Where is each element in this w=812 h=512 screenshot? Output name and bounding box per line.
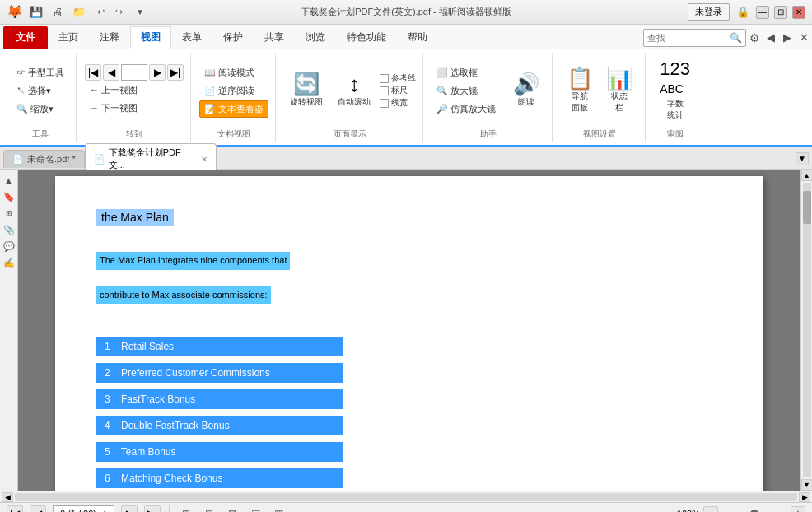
tab-comment[interactable]: 注释 <box>89 26 130 49</box>
item-num-6: 6 <box>105 472 110 484</box>
app-logo[interactable]: 🦊 <box>7 4 23 21</box>
prev-view-btn[interactable]: ← 上一视图 <box>85 81 184 99</box>
scroll-down-btn[interactable]: ▼ <box>801 479 813 491</box>
status-next-page[interactable]: ▶ <box>121 505 138 513</box>
speaker-icon: 🔊 <box>513 73 539 95</box>
cb-paramlines <box>380 74 389 83</box>
page-number-input[interactable]: 2 <box>121 64 147 81</box>
nav-panel-btn[interactable]: 📋 导航面板 <box>561 63 599 118</box>
undo-btn[interactable]: ↩ <box>92 4 109 21</box>
pdf-intro-2: contribute to Max associate commissions: <box>96 286 271 305</box>
page-selector[interactable]: 2 (1 / 20) <box>53 505 114 513</box>
next-page-nav-btn[interactable]: ▶ <box>149 64 166 81</box>
zoom-out-btn[interactable]: − <box>703 506 718 513</box>
auto-scroll-btn[interactable]: ↕ 自动滚动 <box>332 69 376 112</box>
tab-home[interactable]: 主页 <box>48 26 89 49</box>
tab-protect[interactable]: 保护 <box>212 26 254 49</box>
redo-btn[interactable]: ↪ <box>110 4 127 21</box>
group-page-display: 🔄 旋转视图 ↕ 自动滚动 参考线 标尺 <box>278 53 423 142</box>
status-last-page[interactable]: ▶| <box>144 505 161 513</box>
select-btn[interactable]: ↖ 选择▾ <box>12 82 69 100</box>
doc-view-label: 文档视图 <box>217 128 250 142</box>
status-bar-btn[interactable]: 📊 状态栏 <box>600 63 638 118</box>
hand-tool-btn[interactable]: ☞ 手型工具 <box>12 64 69 81</box>
word-count-label: 字数统计 <box>667 98 684 121</box>
tab-features[interactable]: 特色功能 <box>336 26 397 49</box>
word-count-icon: 123ABC <box>660 60 690 96</box>
sidebar-attach[interactable]: 📎 <box>2 222 16 237</box>
quick-access-save[interactable]: 💾 <box>28 4 44 21</box>
ribbon-next-btn[interactable]: ▶ <box>779 30 796 46</box>
select-box-btn[interactable]: ⬜ 选取框 <box>432 64 501 81</box>
text-viewer-btn[interactable]: 📝 文本查看器 <box>199 100 268 118</box>
first-page-btn[interactable]: |◀ <box>85 64 101 81</box>
status-icon-5[interactable]: ▥ <box>270 505 287 513</box>
tab-share[interactable]: 共享 <box>254 26 295 49</box>
scroll-track[interactable] <box>803 183 811 477</box>
minimize-button[interactable]: — <box>756 6 769 19</box>
item-num-4: 4 <box>105 420 110 431</box>
ribbon-settings-btn[interactable]: ⚙ <box>746 30 763 46</box>
read-aloud-btn[interactable]: 🔊 朗读 <box>507 69 545 112</box>
zoom-controls: 100% − + <box>677 506 805 513</box>
restore-button[interactable]: ⊡ <box>774 6 787 19</box>
tab-help[interactable]: 帮助 <box>397 26 438 49</box>
status-icon-2[interactable]: ⊟ <box>201 505 217 513</box>
tab-browse[interactable]: 浏览 <box>295 26 336 49</box>
tab-form[interactable]: 表单 <box>171 26 212 49</box>
pdf-list-item-6: 6 Matching Check Bonus <box>96 468 343 488</box>
search-icon[interactable]: 🔍 <box>730 32 742 44</box>
rotate-view-btn[interactable]: 🔄 旋转视图 <box>284 69 329 112</box>
tab-view[interactable]: 视图 <box>130 26 171 49</box>
prev-page-nav-btn[interactable]: ◀ <box>103 64 119 81</box>
ribbon-close-btn[interactable]: ✕ <box>796 30 812 46</box>
status-first-page[interactable]: |◀ <box>7 505 23 513</box>
search-input[interactable] <box>647 33 730 43</box>
grid-check[interactable]: 线宽 <box>380 97 416 109</box>
status-icon-3[interactable]: ⊠ <box>224 505 240 513</box>
zoom-btn-tool[interactable]: 🔍 缩放▾ <box>12 100 69 118</box>
read-mode-btn[interactable]: 📖 阅读模式 <box>199 64 268 81</box>
reverse-read-btn[interactable]: 📄 逆序阅读 <box>199 82 268 100</box>
sidebar-signature[interactable]: ✍ <box>2 255 16 270</box>
quick-access-print[interactable]: 🖨 <box>49 4 66 21</box>
ruler-check[interactable]: 标尺 <box>380 85 416 96</box>
tabs-scroll-down[interactable]: ▼ <box>796 152 809 165</box>
bottom-scrollbar: ◀ ▶ <box>0 491 812 502</box>
item-num-5: 5 <box>105 446 110 458</box>
h-scroll-left-btn[interactable]: ◀ <box>2 492 13 502</box>
ribbon-prev-btn[interactable]: ◀ <box>763 30 779 46</box>
sim-magnifier-btn[interactable]: 🔎 仿真放大镜 <box>432 100 501 118</box>
status-prev-page[interactable]: ◀ <box>30 505 46 513</box>
zoom-in-btn[interactable]: + <box>791 506 805 513</box>
close-button[interactable]: ✕ <box>792 6 805 19</box>
status-bar: |◀ ◀ 2 (1 / 20) ▶ ▶| ⊞ ⊟ ⊠ ▤ ▥ 100% − + <box>0 502 812 512</box>
magnifier-btn[interactable]: 🔍 放大镜 <box>432 82 501 100</box>
tab-label-unnamed: 未命名.pdf * <box>27 153 76 165</box>
tab-unnamed-pdf[interactable]: 📄 未命名.pdf * <box>3 150 85 168</box>
status-icon-4[interactable]: ▤ <box>247 505 264 513</box>
item-num-2: 2 <box>105 367 110 379</box>
h-scroll-track[interactable] <box>15 493 797 501</box>
status-bar-label: 状态栏 <box>611 91 628 114</box>
sidebar-comment[interactable]: 💬 <box>2 239 16 254</box>
tab-close-btn[interactable]: ✕ <box>201 155 208 164</box>
login-button[interactable]: 未登录 <box>688 3 730 21</box>
tab-file[interactable]: 文件 <box>3 26 48 49</box>
pdf-area: the Max Plan The Max Plan integrates nin… <box>18 170 800 491</box>
status-icon-1[interactable]: ⊞ <box>178 505 194 513</box>
rotate-label: 旋转视图 <box>290 96 323 108</box>
sidebar-bookmark[interactable]: 🔖 <box>2 189 16 204</box>
scroll-up-btn[interactable]: ▲ <box>801 170 813 181</box>
word-count-btn[interactable]: 123ABC 字数统计 <box>654 56 696 125</box>
sidebar-thumb[interactable]: ⊞ <box>2 206 16 221</box>
customize-btn[interactable]: ▼ <box>132 4 148 21</box>
review-items: 123ABC 字数统计 <box>654 53 696 128</box>
last-page-btn[interactable]: ▶| <box>167 64 184 81</box>
h-scroll-right-btn[interactable]: ▶ <box>799 492 810 502</box>
group-doc-view: 📖 阅读模式 📄 逆序阅读 📝 文本查看器 文档视图 <box>193 53 276 142</box>
param-lines-check[interactable]: 参考线 <box>380 72 416 84</box>
sidebar-prev-page[interactable]: ▲ <box>2 173 16 188</box>
next-view-btn[interactable]: → 下一视图 <box>85 100 184 117</box>
quick-access-open[interactable]: 📁 <box>71 4 87 21</box>
